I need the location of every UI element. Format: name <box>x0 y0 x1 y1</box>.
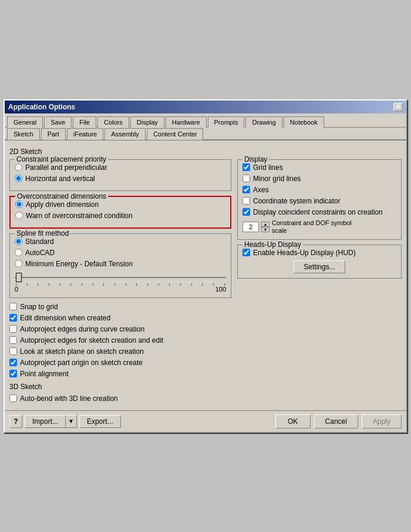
apply-button[interactable]: Apply <box>362 414 402 429</box>
slider-tick <box>103 283 104 286</box>
radio-standard-label: Standard <box>25 237 54 246</box>
radio-autocad: AutoCAD <box>15 249 226 257</box>
tab-save[interactable]: Save <box>44 116 72 128</box>
checkbox-coincident-input[interactable] <box>242 208 250 216</box>
checkbox-axes: Axes <box>242 186 396 194</box>
display-group: Display Grid lines Minor grid lines Axes <box>237 159 402 240</box>
spline-group: Spline fit method Standard AutoCAD Minim… <box>9 233 231 298</box>
radio-horizontal-input[interactable] <box>15 175 22 182</box>
settings-button[interactable]: Settings... <box>294 260 345 273</box>
bottom-checkboxes: Snap to grid Edit dimension when created… <box>9 303 231 378</box>
radio-autocad-input[interactable] <box>15 249 22 256</box>
import-button[interactable]: Import... <box>25 415 66 428</box>
checkbox-coord-indicator-input[interactable] <box>242 197 250 205</box>
radio-standard: Standard <box>15 237 226 246</box>
section-3d: 3D Sketch Auto-bend with 3D line creatio… <box>9 383 231 403</box>
spinner-label: Constraint and DOF symbol scale <box>272 219 354 235</box>
hud-group: Heads-Up Display Enable Heads-Up Display… <box>237 245 402 279</box>
checkbox-edit-dim: Edit dimension when created <box>9 314 231 322</box>
checkbox-minor-grid-input[interactable] <box>242 175 250 182</box>
checkbox-edit-dim-input[interactable] <box>9 314 17 322</box>
constraint-group-label: Constraint placement priority <box>15 155 108 163</box>
spinner-up-button[interactable]: ▲ <box>261 222 269 227</box>
radio-apply-driven-input[interactable] <box>15 200 23 208</box>
help-button[interactable]: ? <box>9 415 22 428</box>
checkbox-autoproject-edges-sketch-label: Autoproject edges for sketch creation an… <box>20 336 163 344</box>
checkbox-snap-to-grid-input[interactable] <box>9 303 17 310</box>
spinner-input[interactable] <box>242 222 259 232</box>
tab-general[interactable]: General <box>7 116 43 128</box>
close-button[interactable]: ✕ <box>393 103 403 111</box>
tab-drawing[interactable]: Drawing <box>245 116 282 128</box>
slider-tick <box>191 283 192 286</box>
checkbox-grid-lines: Grid lines <box>242 163 396 172</box>
checkbox-point-alignment-label: Point alignment <box>20 370 69 378</box>
tab-content-center[interactable]: Content Center <box>147 128 204 140</box>
slider-tick <box>213 283 214 286</box>
checkbox-auto-bend-input[interactable] <box>9 394 17 402</box>
section-3d-title: 3D Sketch <box>9 383 231 391</box>
slider-tick <box>147 283 148 286</box>
right-column: Display Grid lines Minor grid lines Axes <box>237 159 402 406</box>
checkbox-autoproject-edges-sketch-input[interactable] <box>9 336 17 344</box>
slider-thumb[interactable] <box>16 273 22 282</box>
checkbox-coincident-label: Display coincident constraints on creati… <box>253 208 383 216</box>
tab-colors[interactable]: Colors <box>97 116 129 128</box>
constraint-group: Constraint placement priority Parallel a… <box>9 159 231 191</box>
checkbox-autoproject-part-input[interactable] <box>9 359 17 366</box>
tab-notebook[interactable]: Notebook <box>284 116 324 128</box>
radio-horizontal: Horizontal and vertical <box>15 175 226 183</box>
checkbox-look-at-sketch-input[interactable] <box>9 347 17 355</box>
slider-tick <box>27 283 28 286</box>
radio-parallel-input[interactable] <box>15 163 22 171</box>
slider-tick <box>169 283 170 286</box>
slider-tick <box>126 283 126 286</box>
checkbox-autoproject-edges-curve-label: Autoproject edges during curve creation <box>20 325 144 333</box>
checkbox-axes-input[interactable] <box>242 186 250 193</box>
tab-part[interactable]: Part <box>41 128 66 140</box>
application-options-dialog: Application Options ✕ General Save File … <box>4 99 407 433</box>
slider-tick <box>82 283 82 286</box>
export-button[interactable]: Export... <box>79 415 121 428</box>
import-dropdown-button[interactable]: ▼ <box>66 415 77 428</box>
checkbox-hud-input[interactable] <box>242 249 250 256</box>
slider-labels: 0 100 <box>15 286 226 293</box>
bottom-right: OK Cancel Apply <box>275 414 402 429</box>
ok-button[interactable]: OK <box>275 414 311 429</box>
checkbox-auto-bend: Auto-bend with 3D line creation <box>9 394 231 403</box>
radio-min-energy-label: Minimum Energy - Default Tension <box>25 260 133 268</box>
spinner-down-button[interactable]: ▼ <box>261 227 269 232</box>
radio-min-energy-input[interactable] <box>15 260 22 267</box>
section-2d-title: 2D Sketch <box>9 148 402 156</box>
radio-apply-driven: Apply driven dimension <box>15 200 225 209</box>
bottom-bar: ? Import... ▼ Export... OK Cancel Apply <box>5 410 406 432</box>
radio-warn-overconstrained: Warn of overconstrained condition <box>15 212 225 220</box>
tab-hardware[interactable]: Hardware <box>166 116 207 128</box>
cancel-button[interactable]: Cancel <box>314 414 358 429</box>
tab-prompts[interactable]: Prompts <box>208 116 245 128</box>
checkbox-grid-lines-input[interactable] <box>242 163 250 171</box>
checkbox-axes-label: Axes <box>253 186 269 194</box>
tab-ifeature[interactable]: iFeature <box>67 128 103 140</box>
tab-assembly[interactable]: Assembly <box>105 128 146 140</box>
slider-line <box>15 277 226 278</box>
slider-tick <box>159 283 159 286</box>
radio-apply-driven-label: Apply driven dimension <box>26 200 99 209</box>
slider-tick <box>49 283 49 286</box>
checkbox-snap-to-grid-label: Snap to grid <box>20 303 58 311</box>
tab-sketch[interactable]: Sketch <box>7 128 40 140</box>
tab-row-2: Sketch Part iFeature Assembly Content Ce… <box>5 128 406 140</box>
checkbox-autoproject-edges-curve-input[interactable] <box>9 325 17 333</box>
radio-warn-input[interactable] <box>15 212 23 219</box>
spinner-row: ▲ ▼ Constraint and DOF symbol scale <box>242 219 396 235</box>
spinner-buttons: ▲ ▼ <box>261 222 269 232</box>
tab-file[interactable]: File <box>73 116 96 128</box>
radio-autocad-label: AutoCAD <box>25 249 55 257</box>
tab-display[interactable]: Display <box>130 116 164 128</box>
checkbox-autoproject-part: Autoproject part origin on sketch create <box>9 359 231 367</box>
checkbox-point-alignment-input[interactable] <box>9 370 17 377</box>
radio-standard-input[interactable] <box>15 237 22 245</box>
checkbox-edit-dim-label: Edit dimension when created <box>20 314 110 322</box>
display-group-label: Display <box>242 155 269 163</box>
spline-group-label: Spline fit method <box>15 229 70 237</box>
